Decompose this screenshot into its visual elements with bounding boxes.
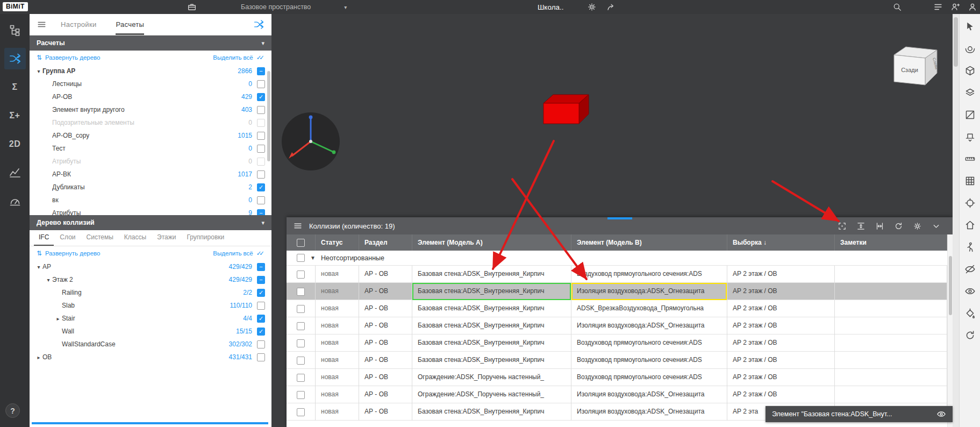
group-row[interactable]: ▼ Неотсортированные [287, 251, 953, 266]
menu-list-icon[interactable] [933, 2, 943, 12]
collapse-panel-icon[interactable] [932, 222, 941, 231]
checkbox[interactable] [257, 170, 265, 179]
calc-tree-item-3[interactable]: Элемент внутри другого 403 [30, 103, 271, 116]
calc-tree-item-11[interactable]: Атрибуты 9 − [30, 207, 271, 215]
calc-tree-item-9[interactable]: Дубликаты 2 ✓ [30, 181, 271, 194]
collision-tree-section-header[interactable]: Дерево коллизий ▾ [30, 215, 271, 230]
model-element-red-box[interactable] [538, 89, 603, 135]
home-view-button[interactable] [962, 217, 978, 233]
workspace-selector[interactable]: Базовое пространство ▾ [241, 0, 347, 14]
model-a-cell[interactable]: Базовая стена:ADSK_Внутренняя_Кирпич [412, 403, 571, 421]
share-icon[interactable] [606, 2, 616, 12]
checkbox[interactable] [257, 196, 265, 204]
calc-tree-item-6[interactable]: Тест 0 [30, 142, 271, 155]
clash-panel-icon[interactable] [253, 19, 264, 30]
notes-cell[interactable] [835, 386, 947, 403]
axis-gizmo[interactable] [276, 106, 346, 176]
subtab-groupings[interactable]: Группировки [182, 230, 230, 246]
checkbox[interactable]: ✓ [257, 315, 265, 323]
notes-cell[interactable] [835, 317, 947, 335]
checkbox[interactable]: ✓ [257, 183, 265, 191]
collision-row-3[interactable]: новая АР - ОВ Базовая стена:ADSK_Внутрен… [287, 300, 947, 317]
column-header-1[interactable]: Раздел [359, 234, 412, 251]
section-box-button[interactable] [962, 129, 978, 145]
collision-row-5[interactable]: новая АР - ОВ Базовая стена:ADSK_Внутрен… [287, 335, 947, 352]
column-header-3[interactable]: Элемент (Модель B) [571, 234, 727, 251]
select-all-checkbox[interactable] [297, 239, 305, 247]
checkbox[interactable]: − [257, 276, 265, 284]
checkbox[interactable]: − [257, 209, 265, 216]
section-plane-button[interactable] [962, 106, 978, 123]
subtab-systems[interactable]: Системы [82, 230, 118, 246]
tab-settings[interactable]: Настройки [61, 14, 96, 35]
column-header-0[interactable]: Статус [316, 234, 359, 251]
checkbox[interactable] [257, 80, 265, 88]
row-checkbox-cell[interactable] [287, 403, 316, 421]
row-checkbox-cell[interactable] [287, 317, 316, 335]
column-header-5[interactable]: Заметки [835, 234, 947, 251]
collision-tree-item-2[interactable]: Railing 2/2 ✓ [30, 286, 271, 299]
collision-row-4[interactable]: новая АР - ОВ Базовая стена:ADSK_Внутрен… [287, 317, 947, 335]
model-a-cell[interactable]: Ограждение:ADSK_Поручень настенный_ [412, 369, 571, 386]
checkbox[interactable]: − [257, 263, 265, 271]
subtab-classes[interactable]: Классы [119, 230, 151, 246]
expand-tree-link[interactable]: ⇅ Развернуть дерево [37, 250, 101, 257]
checkbox[interactable] [297, 408, 305, 416]
collision-tree-item-1[interactable]: ▾ Этаж 2 429/429 − [30, 273, 271, 286]
collision-tree-item-5[interactable]: Wall 15/15 ✓ [30, 325, 271, 338]
select-tool-button[interactable] [962, 18, 978, 34]
collision-row-8[interactable]: новая АР - ОВ Ограждение:ADSK_Поручень н… [287, 386, 947, 403]
checkbox[interactable] [257, 106, 265, 114]
model-b-cell[interactable]: Воздуховод прямоугольного сечения:ADS [571, 335, 727, 352]
orbit-tool-button[interactable] [962, 40, 978, 56]
refresh-icon[interactable] [894, 222, 903, 231]
checkbox[interactable] [257, 353, 265, 361]
eye-icon[interactable] [936, 409, 946, 419]
collision-row-1[interactable]: новая АР - ОВ Базовая стена:ADSK_Внутрен… [287, 266, 947, 283]
collision-tree-item-6[interactable]: WallStandardCase 302/302 [30, 338, 271, 351]
calc-tree-item-8[interactable]: АР-ВК 1017 [30, 168, 271, 181]
checkbox[interactable] [257, 132, 265, 140]
row-checkbox-cell[interactable] [287, 300, 316, 317]
checkbox[interactable] [257, 145, 265, 153]
calculations-section-header[interactable]: Расчеты ▾ [30, 35, 271, 51]
checkbox[interactable] [257, 119, 265, 127]
notes-cell[interactable] [835, 266, 947, 283]
model-b-cell[interactable]: Воздуховод прямоугольного сечения:ADS [571, 369, 727, 386]
model-tree-button[interactable] [4, 19, 26, 41]
checkbox[interactable]: − [257, 67, 265, 75]
fit-columns-icon[interactable] [875, 222, 884, 231]
checkbox[interactable] [297, 339, 305, 347]
collisions-menu-icon[interactable] [293, 221, 303, 231]
table-settings-icon[interactable] [913, 222, 922, 231]
group-checkbox[interactable] [297, 254, 305, 262]
select-all-link[interactable]: Выделить всё ✓✓ [213, 54, 264, 61]
select-all-link[interactable]: Выделить всё ✓✓ [213, 250, 264, 257]
hide-elements-button[interactable] [962, 261, 978, 277]
help-button[interactable]: ? [5, 403, 20, 418]
calc-tree-item-1[interactable]: Лестницы 0 [30, 77, 271, 90]
notes-cell[interactable] [835, 300, 947, 317]
walk-mode-button[interactable] [962, 239, 978, 255]
calc-tree-item-5[interactable]: АР-ОВ_copy 1015 [30, 129, 271, 142]
show-all-button[interactable] [962, 283, 978, 299]
row-checkbox-cell[interactable] [287, 386, 316, 403]
model-b-cell[interactable]: ADSK_ВрезкаВоздуховода_Прямоугольна [571, 300, 727, 317]
subtab-layers[interactable]: Слои [55, 230, 80, 246]
expand-tree-link[interactable]: ⇅ Развернуть дерево [37, 54, 101, 61]
collision-row-7[interactable]: новая АР - ОВ Ограждение:ADSK_Поручень н… [287, 369, 947, 386]
app-logo[interactable]: BiMiT [3, 2, 28, 11]
checkbox[interactable]: ✓ [257, 93, 265, 101]
horizontal-scrollbar[interactable] [32, 422, 268, 424]
scrollbar-thumb[interactable] [267, 71, 270, 161]
expander-icon[interactable]: ▾ [45, 277, 52, 283]
checkbox[interactable] [257, 302, 265, 310]
row-checkbox-cell[interactable] [287, 266, 316, 283]
model-a-cell[interactable]: Базовая стена:ADSK_Внутренняя_Кирпич [412, 335, 571, 352]
scrollbar-thumb[interactable] [954, 17, 958, 67]
checkbox[interactable] [297, 322, 305, 330]
subtab-ifc[interactable]: IFC [34, 230, 54, 246]
checkbox[interactable] [297, 374, 305, 382]
checkbox[interactable] [257, 340, 265, 348]
charts-button[interactable] [4, 162, 26, 183]
